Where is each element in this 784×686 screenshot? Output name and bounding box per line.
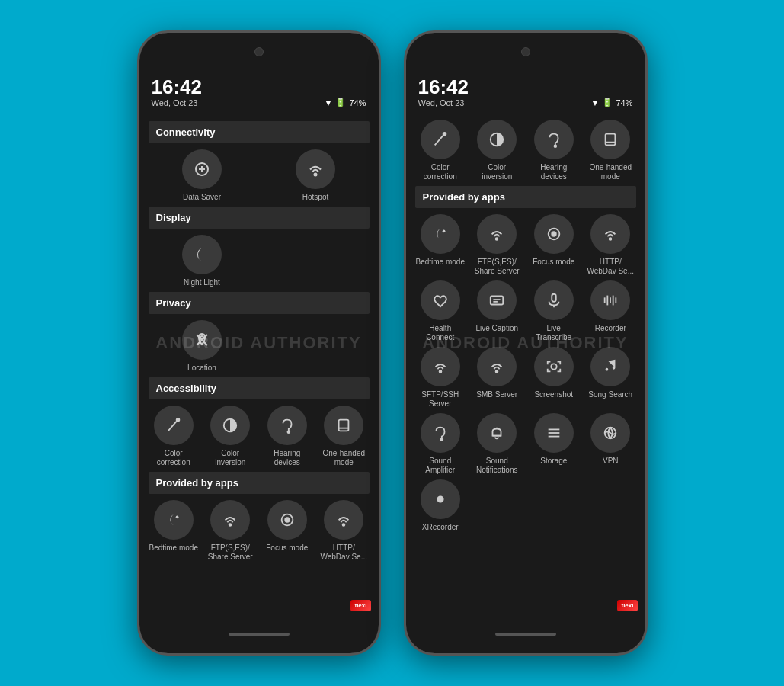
p2-hearing-icon[interactable] [534,120,574,159]
tile-p2-http[interactable]: HTTP/ WebDav Se... [585,214,636,276]
color-correction-label: Color correction [149,449,200,467]
tile-p2-bedtime[interactable]: Bedtime mode [415,214,466,276]
phone-2-scroll[interactable]: Color correction Color inversion [406,111,645,615]
svg-point-6 [176,418,179,422]
tile-storage[interactable]: Storage [529,413,580,475]
tile-live-transcribe[interactable]: Live Transcribe [529,280,580,342]
tile-p2-hearing[interactable]: Hearing devices [529,120,580,181]
location-icon[interactable] [182,320,222,360]
hearing-devices-icon[interactable] [267,406,307,445]
svg-point-15 [343,524,345,526]
http-icon[interactable] [324,500,363,540]
tile-sound-amplifier[interactable]: Sound Amplifier [415,413,466,475]
sound-amplifier-icon[interactable] [421,413,460,453]
sound-amplifier-label: Sound Amplifier [415,457,466,475]
p2-ftp-icon[interactable] [477,214,517,254]
health-connect-icon[interactable] [421,280,460,320]
tile-sftp[interactable]: SFTP/SSH Server [415,347,466,409]
tile-p2-color-inversion[interactable]: Color inversion [472,120,523,181]
tile-http[interactable]: HTTP/ WebDav Se... [318,500,370,562]
tile-smb[interactable]: SMB Server [472,347,523,409]
live-caption-icon[interactable] [477,280,517,320]
color-inversion-icon[interactable] [210,406,250,445]
tile-p2-ftp[interactable]: FTP(S,ES)/ Share Server [472,214,523,276]
tile-focus-mode[interactable]: Focus mode [262,500,313,562]
night-light-icon[interactable] [182,235,222,274]
tile-vpn[interactable]: VPN [585,413,636,475]
phone-1-bezel-top [139,33,379,71]
sound-notifications-icon[interactable] [477,413,517,453]
p2-color-inversion-icon[interactable] [477,120,517,159]
tile-hotspot[interactable]: Hotspot [262,149,370,202]
screenshot-icon[interactable] [534,347,574,386]
battery-icon-2: 🔋 [602,98,613,107]
live-caption-label: Live Caption [475,324,518,333]
p2-focus-icon[interactable] [534,214,574,254]
p2-ftp-label: FTP(S,ES)/ Share Server [472,258,523,276]
phone-2-flexi-badge: flexi [617,600,637,611]
color-correction-icon[interactable] [154,406,194,445]
wifi-icon-2: ▼ [591,98,600,107]
p2-bedtime-icon[interactable] [421,214,460,254]
tile-one-handed[interactable]: One-handed mode [318,406,370,467]
svg-point-25 [552,232,556,236]
one-handed-icon[interactable] [324,406,363,445]
tile-health-connect[interactable]: Health Connect [415,280,466,342]
focus-mode-icon[interactable] [267,500,307,540]
svg-point-47 [437,495,443,502]
tile-live-caption[interactable]: Live Caption [472,280,523,342]
tile-color-inversion[interactable]: Color inversion [205,406,256,467]
tile-ftp[interactable]: FTP(S,ES)/ Share Server [205,500,256,562]
tile-p2-one-handed[interactable]: One-handed mode [585,120,636,181]
data-saver-icon[interactable] [182,149,222,189]
section-connectivity: Connectivity [149,121,370,143]
night-light-label: Night Light [184,278,220,287]
tile-data-saver[interactable]: Data Saver [149,149,256,202]
xrecorder-icon[interactable] [421,479,460,519]
storage-icon[interactable] [534,413,574,453]
provided-row5: XRecorder [415,479,636,532]
p2-hearing-label: Hearing devices [529,163,580,181]
tile-p2-color-correction[interactable]: Color correction [415,120,466,181]
tile-xrecorder[interactable]: XRecorder [415,479,466,532]
phone-2-bezel-bottom [406,615,645,653]
smb-icon[interactable] [477,347,517,386]
http-label: HTTP/ WebDav Se... [318,543,370,562]
phone-2: 16:42 Wed, Oct 23 ▼ 🔋 74% [404,30,648,656]
p2-http-icon[interactable] [590,214,630,254]
svg-point-22 [443,230,446,233]
tile-p2-focus[interactable]: Focus mode [529,214,580,276]
recorder-icon[interactable] [590,280,630,320]
live-transcribe-icon[interactable] [534,280,574,320]
phone-1-scroll[interactable]: Connectivity Data Saver [139,111,379,615]
song-search-icon[interactable] [590,347,630,386]
bedtime-label: Bedtime mode [149,543,198,553]
xrecorder-label: XRecorder [422,523,459,532]
section-accessibility: Accessibility [149,377,370,399]
provided-row4: Sound Amplifier Sound Notifications [415,413,636,475]
bedtime-icon[interactable] [154,500,194,540]
hotspot-icon[interactable] [296,149,335,189]
sftp-icon[interactable] [421,347,460,386]
tile-sound-notifications[interactable]: Sound Notifications [472,413,523,475]
hearing-devices-label: Hearing devices [262,449,313,467]
tile-song-search[interactable]: Song Search [585,347,636,409]
tile-color-correction[interactable]: Color correction [149,406,200,467]
ftp-icon[interactable] [210,500,250,540]
phone-2-time-date: 16:42 Wed, Oct 23 [418,77,469,107]
svg-point-11 [176,516,179,519]
p2-color-correction-icon[interactable] [421,120,460,159]
tile-screenshot[interactable]: Screenshot [529,347,580,409]
p2-one-handed-icon[interactable] [590,120,630,159]
tile-night-light[interactable]: Night Light [149,235,256,287]
tile-recorder[interactable]: Recorder [585,280,636,342]
svg-rect-20 [606,134,616,146]
phone-1-time: 16:42 [152,77,203,97]
tile-location[interactable]: Location [149,320,256,373]
phone-1-home-indicator [229,633,290,636]
provided-row1: Bedtime mode FTP(S,ES)/ Share Server [415,214,636,276]
tile-hearing-devices[interactable]: Hearing devices [262,406,313,467]
location-label: Location [187,364,216,373]
vpn-icon[interactable] [590,413,630,453]
tile-bedtime[interactable]: Bedtime mode [149,500,200,562]
